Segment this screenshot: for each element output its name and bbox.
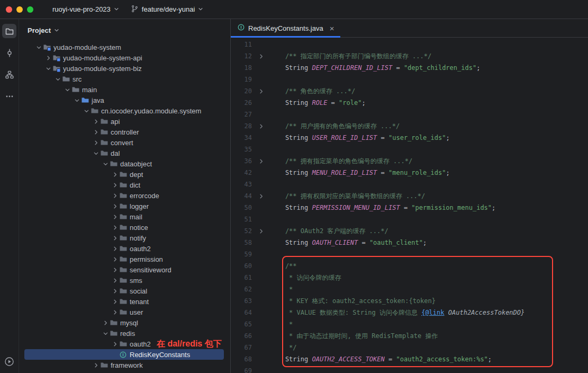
commit-icon[interactable] (2, 46, 16, 60)
line-number: 69 (231, 367, 252, 373)
tree-item-sensitiveword[interactable]: sensitiveword (19, 264, 230, 275)
tree-item-redis[interactable]: redis (19, 328, 230, 339)
tree-item-dept[interactable]: dept (19, 169, 230, 180)
tree-item-notice[interactable]: notice (19, 222, 230, 233)
chevron-down-icon[interactable] (53, 75, 62, 83)
chevron-down-icon[interactable] (92, 149, 100, 157)
package-icon (119, 234, 129, 242)
git-branch-label: feature/dev-yunai (142, 5, 195, 13)
chevron-right-icon[interactable] (111, 297, 119, 306)
code-text: String PERMISSION_MENU_ID_LIST = "permis… (270, 204, 495, 211)
fold-chevron-icon[interactable] (252, 54, 270, 59)
chevron-down-icon[interactable] (101, 159, 110, 168)
package-icon (100, 361, 110, 369)
chevron-right-icon[interactable] (111, 244, 119, 253)
editor-tab[interactable]: RedisKeyConstants.java × (231, 19, 340, 37)
fold-chevron-icon[interactable] (252, 228, 270, 234)
window-controls (0, 6, 45, 13)
tree-item-tenant[interactable]: tenant (19, 296, 230, 307)
chevron-right-icon[interactable] (111, 234, 119, 242)
chevron-right-icon[interactable] (111, 202, 119, 210)
chevron-down-icon[interactable] (34, 43, 43, 51)
tree-item-user[interactable]: user (19, 307, 230, 317)
code-line-20: 20 /** 角色的缓存 ...*/ (231, 85, 588, 97)
close-tab-icon[interactable]: × (330, 24, 334, 32)
chevron-right-icon[interactable] (92, 117, 100, 126)
tree-item-cn.iocoder.yudao.module.system[interactable]: cn.iocoder.yudao.module.system (19, 105, 230, 116)
fold-chevron-icon[interactable] (252, 88, 270, 94)
more-icon[interactable] (2, 89, 16, 103)
tree-item-logger[interactable]: logger (19, 201, 230, 211)
chevron-right-icon[interactable] (101, 318, 110, 327)
code-editor[interactable]: 1112 /** 指定部门的所有子部门编号数组的缓存 ...*/18 Strin… (231, 38, 588, 373)
chevron-right-icon[interactable] (111, 340, 119, 348)
fold-chevron-icon[interactable] (252, 193, 270, 199)
git-branch-selector[interactable]: feature/dev-yunai (126, 3, 207, 16)
tree-item-errorcode[interactable]: errorcode (19, 190, 230, 201)
tree-item-yudao-module-system-biz[interactable]: yudao-module-system-biz (19, 63, 230, 74)
tree-item-java[interactable]: java (19, 95, 230, 105)
tree-item-dict[interactable]: dict (19, 180, 230, 190)
package-icon (110, 329, 119, 338)
chevron-right-icon[interactable] (44, 54, 52, 62)
line-number: 12 (231, 52, 252, 60)
chevron-right-icon[interactable] (111, 223, 119, 232)
run-icon[interactable] (2, 354, 16, 369)
editor-tab-bar: RedisKeyConstants.java × (231, 19, 588, 38)
chevron-right-icon[interactable] (111, 170, 119, 179)
tree-item-mail[interactable]: mail (19, 211, 230, 222)
chevron-down-icon (54, 26, 59, 34)
project-panel-header[interactable]: Project (19, 19, 230, 42)
package-icon (119, 202, 129, 210)
zoom-window-button[interactable] (27, 6, 33, 13)
project-selector[interactable]: ruoyi-vue-pro-2023 (48, 3, 123, 15)
tree-item-convert[interactable]: convert (19, 137, 230, 148)
tree-item-RedisKeyConstants[interactable]: RedisKeyConstants (19, 349, 230, 360)
tree-item-label: cn.iocoder.yudao.module.system (100, 107, 201, 115)
tree-item-main[interactable]: main (19, 84, 230, 95)
tree-item-src[interactable]: src (19, 74, 230, 84)
code-line-36: 36 /** 拥有指定菜单的角色编号的缓存 ...*/ (231, 155, 588, 167)
tree-item-label: main (81, 86, 97, 94)
tree-item-yudao-module-system[interactable]: yudao-module-system (19, 42, 230, 52)
tree-item-social[interactable]: social (19, 286, 230, 296)
chevron-right-icon[interactable] (92, 138, 100, 147)
tree-item-dataobject[interactable]: dataobject (19, 158, 230, 169)
tree-item-label: notify (129, 234, 146, 242)
tree-item-notify[interactable]: notify (19, 233, 230, 243)
chevron-down-icon[interactable] (63, 85, 71, 94)
activity-bar (0, 19, 19, 373)
fold-chevron-icon[interactable] (252, 158, 270, 164)
project-folder-icon[interactable] (2, 24, 16, 38)
chevron-right-icon[interactable] (111, 287, 119, 295)
chevron-right-icon[interactable] (111, 265, 119, 274)
chevron-right-icon[interactable] (111, 308, 119, 316)
chevron-down-icon[interactable] (73, 96, 81, 104)
chevron-right-icon[interactable] (111, 276, 119, 285)
tree-item-permission[interactable]: permission (19, 254, 230, 264)
tree-item-controller[interactable]: controller (19, 127, 230, 137)
chevron-right-icon[interactable] (111, 212, 119, 221)
tree-item-framework[interactable]: framework (19, 360, 230, 370)
chevron-down-icon[interactable] (101, 329, 110, 338)
tree-item-api[interactable]: api (19, 116, 230, 127)
chevron-down-icon[interactable] (44, 64, 52, 73)
tree-item-oauth2[interactable]: oauth2 (19, 243, 230, 254)
tree-item-dal[interactable]: dal (19, 148, 230, 158)
tree-item-mysql[interactable]: mysql (19, 317, 230, 328)
chevron-right-icon[interactable] (111, 181, 119, 189)
structure-icon[interactable] (2, 67, 16, 82)
tree-item-yudao-module-system-api[interactable]: yudao-module-system-api (19, 52, 230, 63)
tree-item-sms[interactable]: sms (19, 275, 230, 286)
chevron-down-icon[interactable] (82, 106, 91, 115)
chevron-right-icon[interactable] (92, 361, 100, 369)
close-window-button[interactable] (6, 6, 12, 13)
minimize-window-button[interactable] (16, 6, 23, 13)
ide-window: ruoyi-vue-pro-2023 feature/dev-yunai Pro… (0, 0, 588, 373)
chevron-right-icon[interactable] (92, 128, 100, 136)
code-text: */ (270, 344, 297, 351)
chevron-right-icon[interactable] (111, 191, 119, 200)
chevron-right-icon[interactable] (111, 255, 119, 263)
fold-chevron-icon[interactable] (252, 123, 270, 129)
tree-item-label: dept (129, 171, 143, 179)
